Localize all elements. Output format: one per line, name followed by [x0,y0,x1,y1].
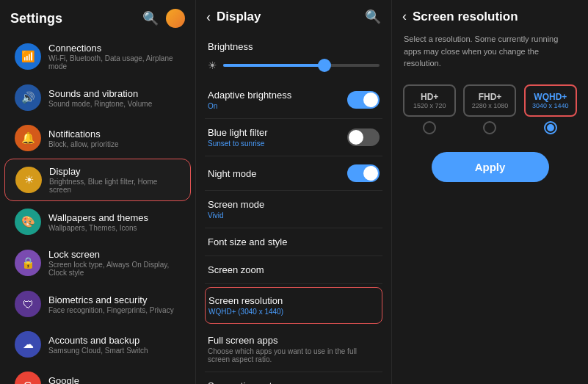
blue-light-filter-name: Blue light filter [208,127,268,138]
display-row-night-mode[interactable]: Night mode [205,156,382,191]
hd-plus-label: HD+ [409,92,450,102]
settings-list: 📶 Connections Wi-Fi, Bluetooth, Data usa… [0,34,195,384]
screen-resolution-sub: WQHD+ (3040 x 1440) [208,308,379,316]
screen-resolution-name: Screen resolution [208,295,379,306]
lockscreen-icon: 🔒 [15,250,41,276]
resolution-description: Select a resolution. Some currently runn… [402,33,578,70]
sidebar-item-wallpapers[interactable]: 🎨 Wallpapers and themes Wallpapers, Them… [4,202,191,242]
night-mode-name: Night mode [208,168,256,179]
display-content: Brightness ☀ Adaptive brightness On Blue… [196,31,391,384]
sidebar-item-biometrics[interactable]: 🛡 Biometrics and security Face recogniti… [4,284,191,324]
biometrics-icon: 🛡 [15,291,41,317]
wallpapers-name: Wallpapers and themes [48,212,181,223]
fhd-plus-box[interactable]: FHD+ 2280 x 1080 [463,84,516,117]
connections-sub: Wi-Fi, Bluetooth, Data usage, Airplane m… [48,54,181,70]
wallpapers-sub: Wallpapers, Themes, Icons [48,224,181,232]
display-row-full-screen-apps[interactable]: Full screen apps Choose which apps you w… [205,327,382,372]
settings-header: Settings 🔍 [0,0,195,34]
sidebar-item-display[interactable]: ☀ Display Brightness, Blue light filter,… [4,159,191,201]
display-row-screen-timeout[interactable]: Screen timeout After 30 seconds of inact… [205,372,382,384]
full-screen-apps-sub: Choose which apps you want to use in the… [208,347,380,363]
back-button[interactable]: ‹ [206,10,211,25]
screen-timeout-name: Screen timeout [208,380,301,384]
hd-plus-box[interactable]: HD+ 1520 x 720 [403,84,456,117]
brightness-slider-row: ☀ [208,59,380,71]
connections-icon: 📶 [15,43,41,70]
resolution-option-wqhd-plus[interactable]: WQHD+ 3040 x 1440 [523,84,578,134]
resolution-option-fhd-plus[interactable]: FHD+ 2280 x 1080 [462,84,517,134]
resolution-content: Select a resolution. Some currently runn… [392,30,588,384]
sidebar-item-sounds[interactable]: 🔊 Sounds and vibration Sound mode, Ringt… [4,78,191,117]
display-name: Display [49,166,180,177]
display-sub: Brightness, Blue light filter, Home scre… [49,178,180,194]
hd-plus-radio[interactable] [423,121,436,134]
notifications-name: Notifications [48,128,181,140]
sidebar-item-lockscreen[interactable]: 🔒 Lock screen Screen lock type, Always O… [4,242,191,283]
avatar[interactable] [166,9,185,28]
notifications-icon: 🔔 [15,125,41,151]
adaptive-brightness-toggle[interactable] [347,91,380,109]
hd-plus-sub: 1520 x 720 [409,102,450,109]
display-panel: ‹ Display 🔍 Brightness ☀ Adaptive bright… [196,0,392,384]
brightness-slider[interactable] [223,64,380,67]
display-row-screen-resolution[interactable]: Screen resolution WQHD+ (3040 x 1440) [205,287,382,324]
accounts-sub: Samsung Cloud, Smart Switch [48,347,181,355]
brightness-section: Brightness ☀ [205,34,382,81]
fhd-plus-radio[interactable] [483,121,496,134]
resolution-options: HD+ 1520 x 720 FHD+ 2280 x 1080 WQHD+ 30… [402,84,578,134]
sidebar-item-google[interactable]: G Google Google settings [4,365,191,384]
font-size-name: Font size and style [208,236,287,247]
sounds-sub: Sound mode, Ringtone, Volume [48,100,181,108]
wallpapers-icon: 🎨 [15,209,41,235]
apply-button[interactable]: Apply [432,152,549,182]
accounts-icon: ☁ [15,331,41,358]
wqhd-plus-label: WQHD+ [530,92,571,102]
screen-zoom-name: Screen zoom [208,264,264,275]
wqhd-plus-radio[interactable] [544,121,557,134]
biometrics-name: Biometrics and security [48,294,181,305]
blue-light-filter-toggle[interactable] [347,128,380,146]
sounds-icon: 🔊 [15,84,41,111]
connections-name: Connections [48,43,181,54]
display-row-screen-zoom[interactable]: Screen zoom [205,256,382,284]
display-row-adaptive-brightness[interactable]: Adaptive brightness On [205,81,382,119]
lockscreen-sub: Screen lock type, Always On Display, Clo… [48,261,181,277]
search-icon[interactable]: 🔍 [142,10,159,26]
brightness-low-icon: ☀ [208,59,217,71]
sidebar-item-connections[interactable]: 📶 Connections Wi-Fi, Bluetooth, Data usa… [4,36,191,77]
resolution-title: Screen resolution [413,10,518,24]
search-icon-display[interactable]: 🔍 [365,9,381,25]
sidebar-item-notifications[interactable]: 🔔 Notifications Block, allow, prioritize [4,118,191,158]
sidebar-item-accounts[interactable]: ☁ Accounts and backup Samsung Cloud, Sma… [4,325,191,364]
wqhd-plus-sub: 3040 x 1440 [530,102,571,109]
night-mode-toggle[interactable] [347,164,380,182]
fhd-plus-label: FHD+ [469,92,510,102]
google-name: Google [48,375,181,385]
display-header: ‹ Display 🔍 [196,0,391,31]
display-settings-list: Adaptive brightness On Blue light filter… [205,81,382,384]
adaptive-brightness-name: Adaptive brightness [208,90,291,101]
screen-mode-sub: Vivid [208,211,264,220]
display-title: Display [217,10,261,24]
resolution-option-hd-plus[interactable]: HD+ 1520 x 720 [402,84,457,134]
lockscreen-name: Lock screen [48,249,181,260]
fhd-plus-sub: 2280 x 1080 [469,102,510,109]
display-icon: ☀ [15,167,42,193]
back-button-resolution[interactable]: ‹ [402,9,407,24]
blue-light-filter-sub: Sunset to sunrise [208,140,268,148]
screen-mode-name: Screen mode [208,199,264,210]
sounds-name: Sounds and vibration [48,88,181,99]
display-row-blue-light-filter[interactable]: Blue light filter Sunset to sunrise [205,119,382,156]
full-screen-apps-name: Full screen apps [208,335,380,346]
settings-title: Settings [10,11,62,26]
google-icon: G [15,372,41,384]
brightness-label: Brightness [208,41,380,52]
settings-panel: Settings 🔍 📶 Connections Wi-Fi, Bluetoot… [0,0,196,384]
header-icons: 🔍 [142,9,185,28]
notifications-sub: Block, allow, prioritize [48,140,181,148]
display-row-font-size[interactable]: Font size and style [205,228,382,256]
display-row-screen-mode[interactable]: Screen mode Vivid [205,191,382,228]
resolution-panel: ‹ Screen resolution Select a resolution.… [392,0,588,384]
wqhd-plus-box[interactable]: WQHD+ 3040 x 1440 [524,84,577,117]
accounts-name: Accounts and backup [48,335,181,346]
